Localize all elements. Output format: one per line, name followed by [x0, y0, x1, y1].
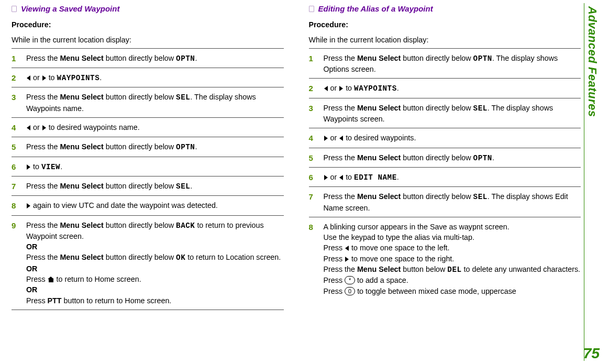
step-body: Press the Menu Select button directly be…	[324, 53, 581, 75]
right-column: Editing the Alias of a Waypoint Procedur…	[309, 3, 581, 361]
bold-text: Menu Select	[60, 93, 103, 101]
step-body: Press the Menu Select button directly be…	[324, 103, 581, 125]
step-body: or to desired waypoints name.	[26, 122, 284, 133]
text: .	[195, 54, 197, 62]
step-body: Press the Menu Select button directly be…	[26, 220, 284, 306]
step-body: A blinking cursor appears in the Save as…	[324, 222, 581, 296]
text: or	[31, 73, 42, 82]
text: .	[195, 142, 197, 151]
step: 2 or to WAYPOINTS.	[12, 68, 284, 87]
left-arrow-icon	[339, 175, 343, 180]
text: Press the	[26, 93, 60, 101]
text: to	[47, 73, 57, 82]
home-icon	[48, 277, 54, 282]
left-arrow-icon	[339, 136, 343, 141]
bold-text: Menu Select	[357, 192, 401, 201]
right-arrow-icon	[339, 86, 343, 91]
step-number: 3	[12, 92, 19, 103]
left-arrow-icon	[324, 86, 328, 91]
step: 8 A blinking cursor appears in the Save …	[309, 217, 581, 300]
columns: Viewing a Saved Waypoint Procedure: Whil…	[12, 3, 581, 361]
softkey-label: SEL	[176, 182, 190, 191]
step-number: 7	[12, 181, 19, 192]
side-chapter-label: Advanced Features	[585, 6, 599, 117]
step: 3 Press the Menu Select button directly …	[309, 98, 581, 129]
text: to desired waypoints.	[344, 134, 416, 142]
text: again to view UTC and date the waypoint …	[31, 201, 218, 209]
text: button directly below	[104, 182, 176, 190]
step: 1 Press the Menu Select button directly …	[309, 48, 581, 79]
text: button directly below	[401, 192, 473, 201]
text: Press the	[26, 182, 60, 190]
text: or	[328, 173, 339, 181]
section-title-text: Editing the Alias of a Waypoint	[318, 3, 433, 14]
step: 6 to VIEW.	[12, 157, 284, 177]
bold-text: PTT	[48, 296, 62, 305]
right-arrow-icon	[324, 175, 328, 180]
right-arrow-icon	[324, 136, 328, 141]
step-body: to VIEW.	[26, 161, 284, 172]
or-label: OR	[26, 242, 37, 251]
text: .	[190, 182, 192, 190]
text: to return to Location screen.	[185, 253, 281, 261]
step-number: 7	[309, 191, 316, 202]
step-number: 4	[12, 122, 19, 133]
softkey-label: OPTN	[473, 154, 492, 162]
step-number: 3	[309, 103, 316, 114]
text: Press the	[26, 54, 60, 62]
text: or	[328, 84, 339, 92]
step: 3 Press the Menu Select button directly …	[12, 87, 284, 118]
text: to	[31, 162, 41, 171]
or-label: OR	[26, 264, 37, 273]
procedure-label: Procedure:	[12, 19, 284, 30]
text: .	[492, 153, 494, 162]
softkey-label: SEL	[473, 193, 488, 201]
softkey-label: WAYPOINTS	[57, 74, 100, 82]
bold-text: Menu Select	[357, 54, 401, 62]
left-arrow-icon	[27, 125, 30, 130]
text: button directly below	[401, 54, 473, 62]
step-number: 8	[12, 200, 19, 211]
document-icon	[12, 6, 17, 12]
page-number: 75	[583, 345, 600, 362]
right-arrow-icon	[42, 75, 46, 81]
step-number: 6	[12, 161, 19, 172]
step-body: Press the Menu Select button directly be…	[26, 181, 284, 192]
page: Viewing a Saved Waypoint Procedure: Whil…	[0, 0, 609, 364]
step: 5 Press the Menu Select button directly …	[309, 148, 581, 168]
star-key-icon: *	[345, 276, 355, 284]
text: .	[99, 73, 102, 82]
bold-text: Menu Select	[357, 104, 401, 112]
zero-key-icon: 0	[345, 287, 355, 295]
text: .	[397, 173, 399, 181]
text: Press	[26, 296, 48, 305]
text: Press	[324, 287, 345, 295]
left-arrow-icon	[27, 75, 30, 81]
step: 7 Press the Menu Select button directly …	[309, 187, 581, 217]
left-arrow-icon	[345, 246, 349, 251]
bold-text: Menu Select	[60, 253, 103, 261]
text: Press the	[324, 265, 357, 273]
text: to move one space to the left.	[349, 244, 450, 252]
step-body: Press the Menu Select button directly be…	[324, 191, 581, 213]
step-number: 1	[12, 53, 19, 64]
step: 5 Press the Menu Select button directly …	[12, 137, 284, 157]
softkey-label: SEL	[176, 93, 190, 102]
section-title-left: Viewing a Saved Waypoint	[12, 3, 284, 14]
text: to move one space to the right.	[349, 255, 454, 263]
text: .	[60, 162, 62, 171]
text: button directly below	[104, 253, 176, 261]
side-rule	[584, 3, 584, 361]
right-arrow-icon	[42, 125, 46, 130]
softkey-label: DEL	[447, 266, 461, 274]
step-number: 2	[309, 83, 316, 94]
step-number: 8	[309, 222, 316, 233]
text: button directly below	[104, 142, 176, 151]
sidebar: Advanced Features	[581, 3, 604, 361]
text: or	[328, 134, 339, 142]
softkey-label: OPTN	[176, 143, 195, 151]
softkey-label: BACK	[176, 222, 195, 230]
text: button directly below	[104, 221, 176, 229]
step-number: 9	[12, 220, 19, 231]
step: 6 or to EDIT NAME.	[309, 168, 581, 187]
